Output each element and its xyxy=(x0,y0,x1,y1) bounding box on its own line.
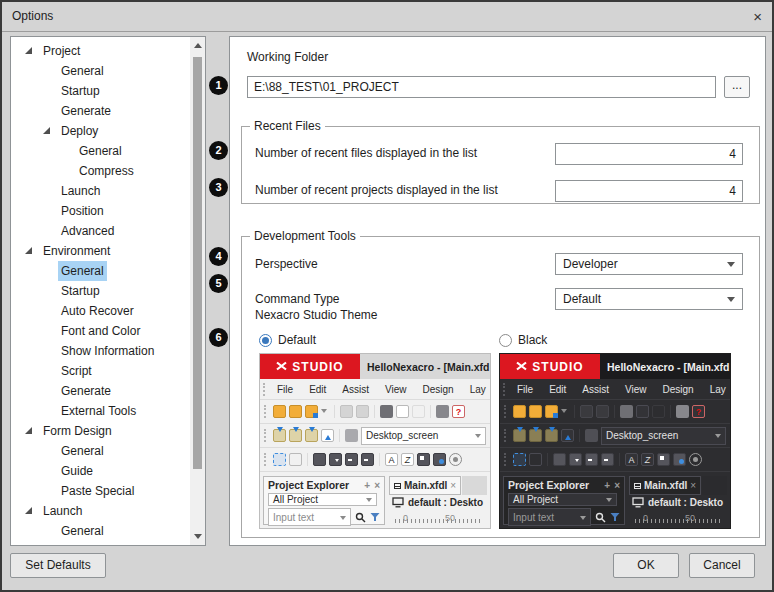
chevron-down-icon xyxy=(606,498,612,505)
tree-item-general[interactable]: General xyxy=(11,61,189,81)
tree-item-position[interactable]: Position xyxy=(11,201,189,221)
tree-item-label: General xyxy=(58,441,107,461)
open-project-icon xyxy=(529,405,542,418)
recent-files-count-label: Number of recent files displayed in the … xyxy=(255,146,477,160)
ruler-0: 0 xyxy=(643,513,648,523)
recent-files-count-input[interactable]: 4 xyxy=(555,143,743,165)
save-icon xyxy=(340,405,353,418)
theme-radio-default[interactable]: Default xyxy=(259,331,491,349)
copy-doc-icon xyxy=(412,405,425,418)
tree-item-general[interactable]: General xyxy=(11,141,189,161)
tree-item-general[interactable]: General xyxy=(11,441,189,461)
separator xyxy=(430,405,431,418)
project-filter: All Project xyxy=(268,493,377,506)
working-folder-input[interactable]: E:\88_TEST\01_PROJECT xyxy=(247,76,716,98)
menu-lay: Lay xyxy=(462,384,491,395)
chevron-down-icon xyxy=(340,516,346,523)
tree-item-label: Startup xyxy=(58,81,103,101)
expander-icon[interactable] xyxy=(25,427,32,434)
menu-edit: Edit xyxy=(541,384,574,395)
radio-button[interactable] xyxy=(499,334,512,347)
tree-item-script[interactable]: Script xyxy=(11,361,189,381)
tree-item-launch[interactable]: Launch xyxy=(11,181,189,201)
menu-assist: Assist xyxy=(334,384,377,395)
dialog-title: Options xyxy=(12,2,53,31)
tree-item-form-design[interactable]: Form Design xyxy=(11,421,189,441)
tree-item-paste-special[interactable]: Paste Special xyxy=(11,481,189,501)
tree-item-startup[interactable]: Startup xyxy=(11,81,189,101)
gripper xyxy=(504,405,507,418)
radio-button[interactable] xyxy=(259,334,272,347)
step-badge-1: 1 xyxy=(209,76,228,95)
scroll-down-icon[interactable] xyxy=(190,529,205,545)
menu-edit: Edit xyxy=(301,384,334,395)
tree-scrollbar[interactable] xyxy=(190,37,205,545)
recent-projects-count-label: Number of recent projects displayed in t… xyxy=(255,183,498,197)
radio-icon xyxy=(689,453,702,466)
tree-item-deploy[interactable]: Deploy xyxy=(11,121,189,141)
gripper xyxy=(503,383,506,396)
help-icon: ? xyxy=(692,405,705,418)
tree-item-general[interactable]: General xyxy=(11,261,189,281)
form-preview-icon xyxy=(433,453,446,466)
expander-icon[interactable] xyxy=(25,507,32,514)
tree-item-auto-recover[interactable]: Auto Recover xyxy=(11,301,189,321)
studio-preview-default[interactable]: STUDIOHelloNexacro - [Main.xfdFileEditAs… xyxy=(259,353,491,529)
new-doc-icon xyxy=(396,405,409,418)
theme-option-default: DefaultSTUDIOHelloNexacro - [Main.xfdFil… xyxy=(259,331,491,529)
tree-item-label: Generate xyxy=(58,101,114,121)
menu-design: Design xyxy=(415,384,462,395)
browse-button[interactable]: ... xyxy=(724,76,750,98)
recent-files-count-value: 4 xyxy=(729,147,736,161)
close-icon[interactable]: × xyxy=(753,2,762,31)
tree-item-show-information[interactable]: Show Information xyxy=(11,341,189,361)
screen-selector: Desktop_screen xyxy=(601,427,726,445)
form-icon xyxy=(634,483,641,489)
step-badge-2: 2 xyxy=(209,141,228,160)
expander-icon[interactable] xyxy=(25,47,32,54)
search-icon xyxy=(595,512,606,523)
theme-radio-black[interactable]: Black xyxy=(499,331,731,349)
expander-icon[interactable] xyxy=(25,247,32,254)
ok-button[interactable]: OK xyxy=(613,553,679,578)
title-bar[interactable]: Options × xyxy=(2,2,772,32)
tree-item-project[interactable]: Project xyxy=(11,41,189,61)
search-icon xyxy=(355,512,366,523)
tree-item-environment[interactable]: Environment xyxy=(11,241,189,261)
pin-icon: + xyxy=(364,480,370,491)
scroll-up-icon[interactable] xyxy=(190,37,205,53)
tree-item-generate[interactable]: Generate xyxy=(11,381,189,401)
tree-item-general[interactable]: General xyxy=(11,521,189,541)
deploy-icon xyxy=(321,429,334,442)
gripper xyxy=(504,429,507,442)
expander-icon[interactable] xyxy=(43,127,50,134)
textarea-icon xyxy=(361,453,374,466)
cancel-button[interactable]: Cancel xyxy=(689,553,755,578)
tree-item-font-and-color[interactable]: Font and Color xyxy=(11,321,189,341)
stop-icon xyxy=(585,429,598,442)
studio-preview-black[interactable]: STUDIOHelloNexacro - [Main.xfdFileEditAs… xyxy=(499,353,731,529)
tree-item-launch[interactable]: Launch xyxy=(11,501,189,521)
command-type-dropdown[interactable]: Default xyxy=(555,288,743,310)
development-tools-group-title: Development Tools xyxy=(250,229,360,243)
studio-theme-label: Nexacro Studio Theme xyxy=(255,308,378,322)
tree-item-compress[interactable]: Compress xyxy=(11,161,189,181)
gripper xyxy=(264,429,267,442)
step-badge-6: 6 xyxy=(209,328,228,347)
tree-item-external-tools[interactable]: External Tools xyxy=(11,401,189,421)
deploy-icon xyxy=(561,429,574,442)
import-all-icon xyxy=(289,429,302,442)
separator xyxy=(579,429,580,442)
perspective-dropdown[interactable]: Developer xyxy=(555,253,743,275)
separator xyxy=(374,405,375,418)
gripper xyxy=(263,383,266,396)
tree-item-startup[interactable]: Startup xyxy=(11,281,189,301)
tree-item-generate[interactable]: Generate xyxy=(11,101,189,121)
tree-item-guide[interactable]: Guide xyxy=(11,461,189,481)
set-defaults-button[interactable]: Set Defaults xyxy=(10,553,106,578)
form-icon xyxy=(394,483,401,489)
recent-projects-count-input[interactable]: 4 xyxy=(555,180,743,202)
separator xyxy=(339,429,340,442)
scrollbar-thumb[interactable] xyxy=(193,57,202,469)
tree-item-advanced[interactable]: Advanced xyxy=(11,221,189,241)
